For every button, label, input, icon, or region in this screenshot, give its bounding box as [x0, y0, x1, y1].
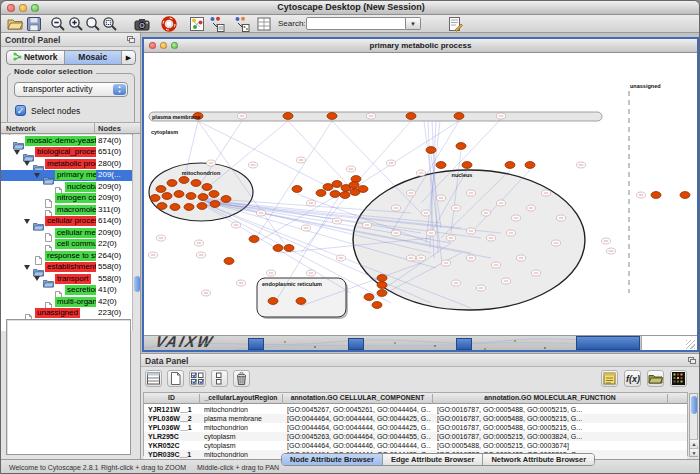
network-node[interactable] — [323, 184, 333, 191]
table-row[interactable]: YKR052Ccytoplasm[GO:0044464, GO:0044446,… — [144, 441, 687, 450]
network-node[interactable] — [174, 191, 184, 198]
network-node[interactable] — [330, 191, 340, 198]
network-canvas[interactable]: plasma membranecytoplasmmitochondrionnuc… — [144, 54, 697, 335]
float-panel-icon[interactable] — [127, 36, 136, 44]
network-node[interactable] — [198, 194, 208, 201]
network-node[interactable] — [364, 294, 374, 301]
network-node[interactable] — [209, 191, 219, 198]
network-node[interactable] — [349, 182, 359, 189]
expander-icon[interactable] — [34, 173, 40, 178]
search-input[interactable] — [306, 17, 406, 30]
zoom-out-icon[interactable] — [50, 16, 66, 32]
mosaic-grid-icon[interactable] — [189, 16, 205, 32]
layout-a-icon[interactable] — [209, 16, 225, 32]
layout-b-icon[interactable] — [234, 16, 250, 32]
network-node[interactable] — [316, 190, 326, 197]
node-color-dropdown[interactable]: transporter activity ▲▼ — [14, 82, 128, 97]
network-node[interactable] — [680, 192, 690, 199]
network-node[interactable] — [210, 201, 220, 208]
network-node[interactable] — [224, 258, 234, 265]
network-node[interactable] — [167, 180, 177, 187]
network-node[interactable] — [377, 282, 387, 289]
network-node[interactable] — [292, 186, 302, 193]
tab-network[interactable]: Network — [7, 51, 65, 64]
unselect-attributes-icon[interactable] — [211, 370, 228, 387]
tree-row[interactable]: secretion41(0) — [1, 285, 132, 297]
network-node[interactable] — [202, 184, 212, 191]
tree-row[interactable]: primary metabo209(... — [1, 170, 132, 182]
tree-row[interactable]: multi-organism pro42(0) — [1, 296, 132, 308]
network-node[interactable] — [150, 195, 160, 202]
network-node[interactable] — [156, 186, 166, 193]
tab-mosaic[interactable]: Mosaic — [65, 51, 123, 64]
network-node[interactable] — [191, 180, 201, 187]
tree-row[interactable]: nitrogen compo209(0) — [1, 193, 132, 205]
network-node[interactable] — [462, 162, 472, 169]
network-node[interactable] — [186, 193, 196, 200]
import-attributes-icon[interactable] — [647, 370, 664, 387]
select-attributes-icon[interactable] — [189, 370, 206, 387]
tree-row[interactable]: biological_process651(0) — [1, 147, 132, 159]
edit-table-icon[interactable] — [256, 16, 272, 32]
expander-icon[interactable] — [24, 161, 30, 166]
network-node[interactable] — [651, 192, 661, 199]
tree-row[interactable]: mosaic-demo-yeast874(0) — [1, 135, 132, 147]
network-node[interactable] — [377, 275, 387, 282]
network-node[interactable] — [296, 298, 306, 305]
column-header[interactable]: annotation.GO MOLECULAR_FUNCTION — [433, 394, 668, 404]
tab-overflow-icon[interactable]: ▶ — [122, 51, 135, 64]
column-header[interactable]: annotation.GO CELLULAR_COMPONENT — [283, 394, 433, 404]
open-session-icon[interactable] — [7, 16, 23, 32]
network-node[interactable] — [179, 177, 189, 184]
network-node[interactable] — [162, 193, 172, 200]
heatmap-icon[interactable] — [670, 370, 687, 387]
network-node[interactable] — [332, 181, 342, 188]
tree-row[interactable]: response to stimulu264(0) — [1, 250, 132, 262]
network-node[interactable] — [456, 143, 466, 150]
network-node[interactable] — [377, 290, 387, 297]
tree-row[interactable]: metabolic process280(0) — [1, 158, 132, 170]
new-page-icon[interactable] — [167, 370, 184, 387]
expander-icon[interactable] — [34, 276, 40, 281]
scroll-up-icon[interactable]: ▲ — [690, 439, 698, 447]
tree-col-network[interactable]: Network — [6, 124, 36, 133]
network-node[interactable] — [157, 203, 167, 210]
zoom-in-icon[interactable] — [68, 16, 84, 32]
data-panel-float-icon[interactable] — [688, 357, 697, 365]
table-row[interactable]: YJR121W__1mitochondrion[GO:0045267, GO:0… — [144, 405, 687, 414]
tab-node-attribute-browser[interactable]: Node Attribute Browser — [282, 454, 383, 465]
delete-attribute-icon[interactable] — [233, 370, 250, 387]
birdseye-view[interactable] — [6, 319, 131, 455]
table-row[interactable]: YPL036W__2plasma membrane[GO:0044464, GO… — [144, 414, 687, 423]
search-dropdown-icon[interactable]: ▼ — [406, 17, 421, 30]
network-node[interactable] — [327, 113, 337, 120]
network-node[interactable] — [505, 162, 515, 169]
network-node[interactable] — [184, 204, 194, 211]
table-scrollbar[interactable]: ▲ ▼ — [689, 393, 698, 457]
table-row[interactable]: YPL036W__1mitochondrion[GO:0044464, GO:0… — [144, 423, 687, 432]
network-node[interactable] — [249, 236, 259, 243]
tree-scrollbar[interactable] — [132, 135, 140, 331]
network-node[interactable] — [372, 302, 382, 309]
network-node[interactable] — [273, 245, 283, 252]
title-bar[interactable]: Cytoscape Desktop (New Session) — [1, 1, 700, 15]
tab-edge-attribute-browser[interactable]: Edge Attribute Browser — [383, 454, 483, 465]
tree-row[interactable]: macromolecule311(0) — [1, 204, 132, 216]
expander-icon[interactable] — [24, 219, 30, 224]
select-nodes-checkbox[interactable]: ✓ — [15, 105, 26, 116]
scroll-down-icon[interactable]: ▼ — [690, 448, 698, 456]
network-node[interactable] — [197, 203, 207, 210]
tab-network-attribute-browser[interactable]: Network Attribute Browser — [483, 454, 594, 465]
expander-icon[interactable] — [24, 265, 30, 270]
notes-icon[interactable] — [601, 370, 618, 387]
network-node[interactable] — [406, 113, 416, 120]
network-node[interactable] — [436, 162, 446, 169]
import-table-icon[interactable] — [447, 16, 463, 32]
network-node[interactable] — [525, 162, 535, 169]
expander-icon[interactable] — [14, 150, 20, 155]
snapshot-icon[interactable] — [134, 16, 150, 32]
tree-row[interactable]: nucleobase-209(0) — [1, 181, 132, 193]
attribute-table-icon[interactable] — [145, 370, 162, 387]
network-node[interactable] — [221, 196, 231, 203]
help-icon[interactable] — [161, 16, 177, 32]
